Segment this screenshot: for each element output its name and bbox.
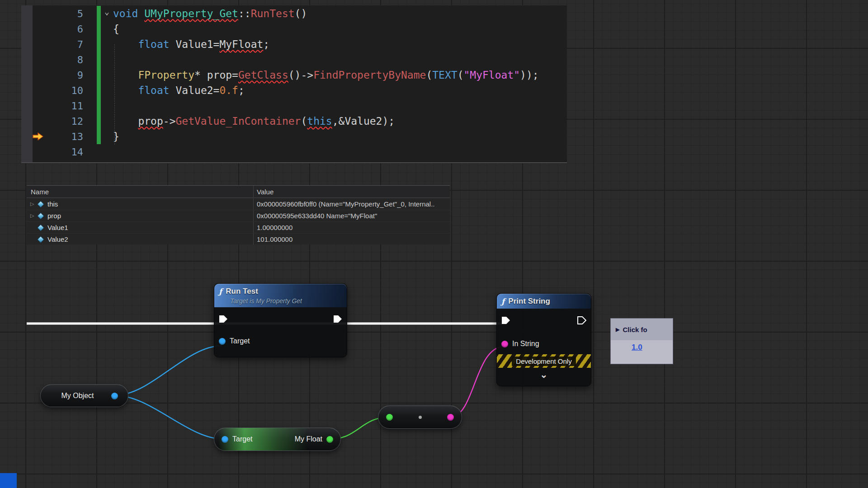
code-line[interactable]: 14 — [21, 144, 567, 160]
variable-value[interactable]: 1.00000000 — [253, 222, 450, 233]
expand-advanced-pins-icon[interactable]: ⌄ — [540, 372, 548, 377]
variable-value[interactable]: 101.000000 — [253, 234, 450, 245]
pin-label: Target — [230, 337, 250, 345]
code-line[interactable]: 12 prop->GetValue_InContainer(this,&Valu… — [21, 113, 567, 129]
target-pin[interactable] — [219, 338, 226, 345]
code-text[interactable]: FProperty* prop=GetClass()->FindProperty… — [113, 69, 539, 81]
code-line[interactable]: 13} — [21, 129, 567, 144]
change-tracking-bar — [97, 129, 101, 144]
variable-icon — [37, 224, 44, 231]
watch-name-cell[interactable]: Value1 — [27, 222, 253, 233]
object-wire-to-getter[interactable] — [115, 395, 224, 439]
change-tracking-bar — [97, 98, 101, 113]
node-subtitle: Target is My Property Get — [230, 297, 342, 305]
watch-row[interactable]: ▷prop0x00000595e633dd40 Name="MyFloat" — [27, 210, 450, 221]
change-tracking-bar — [97, 52, 101, 67]
node-header: ƒ Print String — [497, 294, 591, 309]
string-output-pin[interactable] — [447, 414, 454, 421]
variable-name: Value1 — [47, 224, 68, 231]
line-number: 14 — [33, 146, 97, 158]
code-editor-window[interactable]: 5void UMyProperty_Get::RunTest()⌄6{7 flo… — [21, 5, 567, 163]
code-text[interactable]: float Value1=MyFloat; — [113, 38, 269, 50]
variable-name: this — [47, 200, 58, 208]
code-line[interactable]: 7 float Value1=MyFloat; — [21, 37, 567, 52]
column-header-value[interactable]: Value — [253, 186, 450, 197]
change-tracking-bar — [97, 144, 101, 160]
function-icon: ƒ — [501, 297, 505, 306]
function-icon: ƒ — [219, 287, 222, 296]
line-number: 9 — [33, 70, 97, 81]
watch-header-row: Name Value — [27, 186, 450, 198]
object-wire-to-runtest[interactable] — [115, 346, 222, 395]
development-only-label: Development Only — [512, 357, 576, 366]
tooltip-header[interactable]: ▶ Click fo — [611, 319, 673, 340]
code-lines: 5void UMyProperty_Get::RunTest()⌄6{7 flo… — [21, 6, 567, 160]
code-line[interactable]: 5void UMyProperty_Get::RunTest()⌄ — [21, 6, 567, 21]
line-number: 5 — [33, 8, 97, 19]
code-line[interactable]: 9 FProperty* prop=GetClass()->FindProper… — [21, 67, 567, 83]
exec-in-pin[interactable] — [501, 316, 511, 325]
line-number: 6 — [33, 23, 97, 35]
debug-value-tooltip[interactable]: ▶ Click fo 1.0 — [610, 318, 673, 364]
variable-name: prop — [47, 212, 61, 220]
run-test-node[interactable]: ƒ Run Test Target is My Property Get Tar… — [214, 283, 347, 357]
variable-name: Value2 — [47, 235, 68, 243]
variable-value[interactable]: 0x00000595e633dd40 Name="MyFloat" — [253, 210, 450, 221]
watch-name-cell[interactable]: ▷this — [27, 198, 253, 210]
float-input-pin[interactable] — [386, 414, 393, 421]
watch-row[interactable]: ▷this0x000005960fbf0ff0 (Name="MyPropert… — [27, 198, 450, 210]
watch-row[interactable]: Value11.00000000 — [27, 221, 450, 233]
node-title: Print String — [508, 297, 550, 306]
column-header-name[interactable]: Name — [27, 186, 253, 197]
code-text[interactable]: { — [113, 23, 119, 35]
in-string-pin[interactable] — [501, 341, 508, 347]
object-output-pin[interactable] — [111, 393, 118, 399]
target-pin[interactable] — [222, 436, 228, 443]
pin-label: Target — [232, 435, 252, 443]
watch-rows: ▷this0x000005960fbf0ff0 (Name="MyPropert… — [27, 198, 450, 245]
float-to-string-conversion-node[interactable] — [378, 405, 462, 429]
pin-label: In String — [512, 340, 539, 348]
print-string-node[interactable]: ƒ Print String In String Development Onl… — [496, 293, 591, 386]
exec-in-pin[interactable] — [218, 314, 228, 324]
node-title: Run Test — [226, 287, 258, 296]
line-number: 10 — [33, 85, 97, 96]
watch-row[interactable]: Value2101.000000 — [27, 233, 450, 245]
expand-arrow-icon[interactable]: ▷ — [30, 213, 38, 219]
code-line[interactable]: 8 — [21, 52, 567, 67]
my-float-getter-node[interactable]: Target My Float — [214, 427, 341, 451]
line-number: 12 — [33, 116, 97, 127]
code-line[interactable]: 6{ — [21, 21, 567, 37]
variable-value[interactable]: 0x000005960fbf0ff0 (Name="MyProperty_Get… — [253, 198, 450, 210]
variable-icon — [37, 201, 44, 207]
tooltip-label: Click fo — [623, 326, 647, 333]
expand-arrow-icon[interactable]: ▷ — [30, 201, 38, 207]
execution-pointer-icon — [32, 132, 44, 141]
node-title: My Object — [61, 392, 94, 400]
watch-name-cell[interactable]: Value2 — [27, 234, 253, 245]
code-line[interactable]: 10 float Value2=0.f; — [21, 83, 567, 98]
blueprint-graph-canvas[interactable]: ƒ Run Test Target is My Property Get Tar… — [0, 0, 868, 488]
tooltip-value: 1.0 — [611, 340, 673, 364]
change-tracking-bar — [97, 21, 101, 37]
change-tracking-bar — [97, 113, 101, 129]
code-text[interactable]: prop->GetValue_InContainer(this,&Value2)… — [113, 115, 395, 127]
indent-guide — [114, 44, 115, 145]
change-tracking-bar — [97, 37, 101, 52]
code-line[interactable]: 11 — [21, 98, 567, 113]
my-float-output-pin[interactable] — [326, 436, 333, 443]
taskbar-corner-button[interactable] — [0, 473, 17, 488]
code-text[interactable]: void UMyProperty_Get::RunTest() — [113, 8, 307, 19]
exec-out-pin[interactable] — [333, 314, 343, 324]
watch-name-cell[interactable]: ▷prop — [27, 210, 253, 221]
node-header: ƒ Run Test Target is My Property Get — [214, 284, 347, 307]
line-number: 11 — [33, 100, 97, 112]
conversion-dot-icon — [419, 416, 422, 419]
exec-out-pin[interactable] — [577, 316, 587, 325]
watch-window[interactable]: Name Value ▷this0x000005960fbf0ff0 (Name… — [27, 185, 450, 244]
change-tracking-bar — [97, 6, 101, 21]
fold-chevron-icon[interactable]: ⌄ — [104, 7, 109, 16]
play-icon: ▶ — [616, 327, 619, 333]
code-text[interactable]: float Value2=0.f; — [113, 84, 245, 96]
my-object-node[interactable]: My Object — [40, 384, 128, 407]
